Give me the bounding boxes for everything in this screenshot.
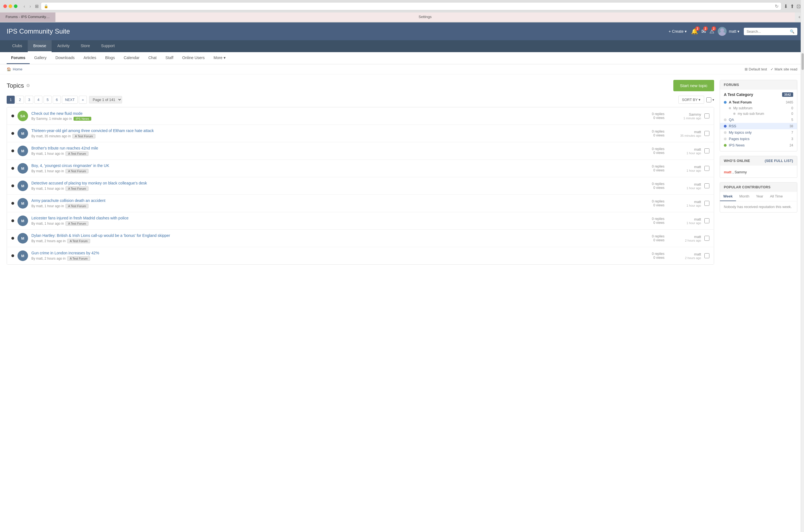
topic-title-link[interactable]: Leicester fans injured in fresh Madrid c… (31, 216, 633, 220)
close-dot[interactable] (3, 4, 7, 8)
topic-checkbox[interactable] (705, 253, 709, 258)
nav-tab-clubs[interactable]: Clubs (7, 40, 28, 52)
sidebar-forum-qa[interactable]: QA 5 (724, 116, 793, 123)
topic-title-link[interactable]: Detective accused of placing toy monkey … (31, 181, 633, 185)
topic-tag[interactable]: A Test Forum (67, 239, 90, 243)
tab-forums[interactable]: Forums - IPS Community Suite (0, 13, 55, 22)
page-4-button[interactable]: 4 (34, 96, 42, 104)
page-3-button[interactable]: 3 (25, 96, 33, 104)
topic-tag[interactable]: A Test Forum (72, 134, 95, 138)
messages-button[interactable]: ✉ 2 (702, 28, 706, 35)
scrollbar-thumb[interactable] (802, 53, 804, 70)
page-5-button[interactable]: 5 (43, 96, 52, 104)
topic-author: matt 2 hours ago (668, 252, 701, 260)
topic-checkbox[interactable] (705, 183, 709, 188)
sec-tab-online-users[interactable]: Online Users (178, 52, 209, 64)
topic-tag[interactable]: A Test Forum (67, 256, 90, 261)
contrib-tab-year[interactable]: Year (753, 192, 767, 201)
sidebar-forum-rss[interactable]: RSS 38 (720, 123, 797, 129)
sidebar-forum-a-test-forum[interactable]: A Test Forum 3465 (724, 99, 793, 106)
user-menu-button[interactable]: matt ▾ (718, 27, 740, 36)
search-button[interactable]: 🔍 (790, 30, 794, 34)
download-button[interactable]: ⬇ (784, 3, 788, 10)
sec-tab-more[interactable]: More ▾ (209, 52, 230, 64)
breadcrumb-home[interactable]: Home (13, 67, 22, 71)
address-bar[interactable]: 🔒 ↻ (41, 2, 782, 10)
scrollbar-track[interactable] (801, 0, 804, 532)
topic-checkbox[interactable] (705, 113, 709, 118)
forward-button[interactable]: › (28, 3, 33, 10)
default-test-action[interactable]: ⊞ Default test (745, 67, 767, 71)
mark-site-read-action[interactable]: ✓ Mark site read (770, 67, 797, 71)
select-all-checkbox[interactable] (706, 97, 711, 102)
topic-checkbox[interactable] (705, 131, 709, 136)
sec-tab-articles[interactable]: Articles (79, 52, 101, 64)
page-1-button[interactable]: 1 (7, 96, 15, 104)
sec-tab-blogs[interactable]: Blogs (101, 52, 119, 64)
forum-item-left: A Test Forum (724, 100, 751, 104)
user-name: matt ▾ (729, 29, 740, 34)
topic-title-link[interactable]: Gun crime in London increases by 42% (31, 251, 633, 255)
topic-main: Thirteen-year-old girl among three convi… (31, 129, 633, 138)
sidebar-forum-my-topics[interactable]: My topics only 7 (724, 129, 793, 136)
nav-tab-activity[interactable]: Activity (52, 40, 75, 52)
nav-tab-support[interactable]: Support (95, 40, 120, 52)
contrib-tab-month[interactable]: Month (736, 192, 753, 201)
topic-tag[interactable]: A Test Forum (66, 204, 89, 208)
topic-checkbox[interactable] (705, 236, 709, 241)
nav-tab-store[interactable]: Store (75, 40, 95, 52)
search-input[interactable] (747, 30, 788, 34)
tab-settings[interactable]: Settings (55, 13, 795, 22)
topics-settings-icon[interactable]: ⚙ (26, 83, 30, 88)
sidebar-subforum-my-sub-sub[interactable]: my sub sub forum 0 (729, 111, 793, 116)
see-full-list-link[interactable]: (SEE FULL LIST) (765, 159, 793, 163)
fullscreen-dot[interactable] (14, 4, 18, 8)
topic-checkbox[interactable] (705, 148, 709, 153)
back-button[interactable]: ‹ (22, 3, 26, 10)
share-button[interactable]: ⬆ (790, 3, 794, 10)
online-user-sammy[interactable]: , Sammy (732, 170, 747, 174)
sec-tab-staff[interactable]: Staff (161, 52, 178, 64)
topic-checkbox[interactable] (705, 166, 709, 171)
sidebar-subforum-my-subforum[interactable]: My subforum 0 (729, 106, 793, 111)
page-6-button[interactable]: 6 (53, 96, 61, 104)
minimize-dot[interactable] (8, 4, 12, 8)
page-last-button[interactable]: » (79, 96, 87, 104)
sec-tab-chat[interactable]: Chat (144, 52, 161, 64)
checkbox-dropdown[interactable]: ▾ (712, 98, 714, 102)
sec-tab-gallery[interactable]: Gallery (30, 52, 51, 64)
topic-title-link[interactable]: Boy, 4, 'youngest circus ringmaster' in … (31, 164, 633, 168)
sec-tab-calendar[interactable]: Calendar (119, 52, 144, 64)
alerts-button[interactable]: ⚠ 2 (709, 28, 714, 35)
fullscreen-button[interactable]: ⊡ (797, 3, 801, 10)
sidebar-toggle-button[interactable]: ⊞ (35, 4, 39, 9)
contrib-tab-all-time[interactable]: All Time (767, 192, 786, 201)
sidebar-forum-pages-topics[interactable]: Pages topics 3 (724, 136, 793, 142)
topic-checkbox[interactable] (705, 218, 709, 223)
topic-title-link[interactable]: Brother's tribute run reaches 42nd mile (31, 146, 633, 150)
topic-title-link[interactable]: Thirteen-year-old girl among three convi… (31, 129, 633, 133)
page-select[interactable]: Page 1 of 141 (89, 96, 122, 103)
topic-tag[interactable]: A Test Forum (66, 169, 89, 173)
topic-tag[interactable]: IPS News (74, 117, 91, 121)
create-button[interactable]: + Create ▾ (669, 29, 687, 34)
page-2-button[interactable]: 2 (16, 96, 24, 104)
online-user-matt[interactable]: matt (724, 170, 731, 174)
topic-checkbox[interactable] (705, 201, 709, 206)
page-next-button[interactable]: NEXT (62, 96, 78, 104)
contrib-tab-week[interactable]: Week (720, 192, 736, 201)
topic-title-link[interactable]: Army parachute collision death an accide… (31, 198, 633, 203)
topic-tag[interactable]: A Test Forum (66, 186, 89, 191)
topic-tag[interactable]: A Test Forum (66, 151, 89, 156)
sort-by-button[interactable]: SORT BY ▾ (678, 96, 704, 104)
topic-title-link[interactable]: Dylan Hartley: British & Irish Lions cal… (31, 233, 633, 238)
start-new-topic-button[interactable]: Start new topic (673, 80, 714, 91)
sidebar-forum-ips-news[interactable]: IPS News 24 (724, 142, 793, 148)
topic-tag[interactable]: A Test Forum (66, 221, 89, 226)
topic-title-link[interactable]: Check out the new fluid mode (31, 111, 633, 116)
sec-tab-downloads[interactable]: Downloads (51, 52, 79, 64)
notifications-button[interactable]: 🔔 2 (691, 28, 698, 35)
refresh-button[interactable]: ↻ (775, 4, 779, 9)
nav-tab-browse[interactable]: Browse (28, 40, 52, 52)
sec-tab-forums[interactable]: Forums (7, 52, 30, 64)
